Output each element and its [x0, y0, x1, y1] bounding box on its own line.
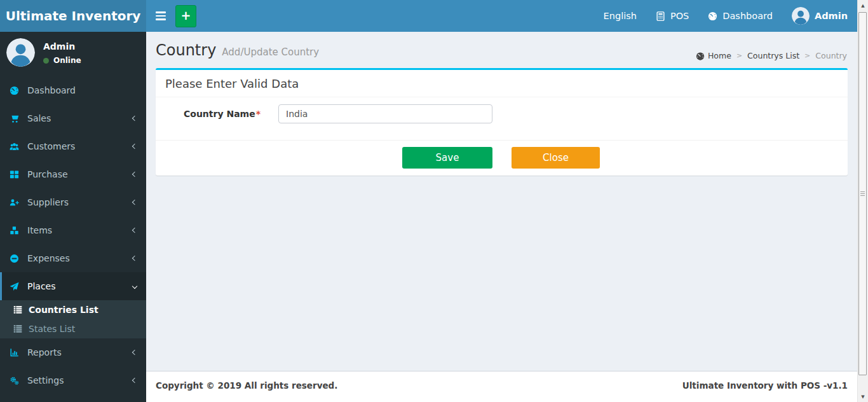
sidebar-item-expenses[interactable]: Expenses [0, 244, 146, 272]
country-name-input[interactable] [278, 104, 492, 123]
list-icon [13, 324, 23, 333]
places-submenu: Countries List States List [0, 300, 146, 338]
nav-item-language[interactable]: English [594, 0, 646, 32]
dashboard-icon [708, 11, 717, 21]
sidebar-user-panel: Admin Online [0, 32, 146, 73]
breadcrumb-current: Country [815, 51, 847, 60]
sidebar-item-customers[interactable]: Customers [0, 132, 146, 160]
app-window: Ultimate Inventory Admin Online Dashboar… [0, 0, 857, 402]
cubes-icon [10, 225, 20, 235]
gears-icon [10, 375, 20, 385]
chevron-left-icon [132, 378, 137, 383]
scrollbar-grip-icon [860, 191, 865, 197]
sidebar-menu: Dashboard Sales Customers Purchase [0, 76, 146, 402]
required-asterisk: * [256, 109, 261, 119]
country-form-box: Please Enter Valid Data Country Name* Sa… [156, 68, 848, 176]
calculator-icon [656, 11, 665, 21]
vertical-scrollbar[interactable]: ▲ ▼ [857, 0, 868, 402]
nav-item-pos[interactable]: POS [646, 0, 698, 32]
paper-plane-icon [10, 281, 20, 291]
sidebar-item-purchase[interactable]: Purchase [0, 160, 146, 188]
sidebar-item-dashboard[interactable]: Dashboard [0, 76, 146, 104]
sidebar-toggle-button[interactable] [146, 0, 175, 32]
breadcrumb: Home > Countrys List > Country [696, 51, 847, 60]
cart-icon [10, 113, 20, 123]
country-name-label: Country Name* [165, 104, 261, 123]
dashboard-icon [696, 52, 705, 60]
close-button[interactable]: Close [512, 147, 600, 169]
chevron-left-icon [132, 200, 137, 205]
app-title: Ultimate Inventory [6, 8, 141, 24]
grid-icon [10, 169, 20, 179]
sidebar-subitem-countries-list[interactable]: Countries List [0, 300, 146, 319]
nav-item-user[interactable]: Admin [782, 0, 857, 32]
chevron-left-icon [132, 228, 137, 233]
plus-icon: + [181, 8, 191, 22]
version-text: Ultimate Inventory with POS -v1.1 [682, 380, 848, 393]
chevron-down-icon [132, 284, 137, 289]
content-area: CountryAdd/Update Country Home > Country… [146, 32, 857, 371]
sidebar: Ultimate Inventory Admin Online Dashboar… [0, 0, 146, 402]
breadcrumb-home[interactable]: Home [696, 51, 731, 60]
sidebar-item-suppliers[interactable]: Suppliers [0, 188, 146, 216]
page-title: Country [156, 41, 216, 59]
page-subtitle: Add/Update Country [222, 46, 319, 58]
page-footer: Copyright © 2019 All rights reserved. Ul… [146, 371, 857, 402]
bar-chart-icon [10, 347, 20, 357]
users-icon [10, 141, 20, 151]
list-icon [13, 305, 23, 314]
breadcrumb-separator: > [736, 52, 742, 60]
chevron-left-icon [132, 116, 137, 121]
user-name: Admin [43, 41, 81, 52]
app-logo[interactable]: Ultimate Inventory [0, 0, 146, 32]
online-status-icon [43, 58, 49, 64]
top-navbar: + English POS Dashboard [146, 0, 857, 32]
chevron-left-icon [132, 172, 137, 177]
avatar [792, 7, 810, 25]
copyright-text: Copyright © 2019 All rights reserved. [156, 380, 337, 393]
scrollbar-thumb[interactable] [858, 12, 867, 375]
scrollbar-down-arrow[interactable]: ▼ [858, 391, 868, 402]
sidebar-item-reports[interactable]: Reports [0, 338, 146, 366]
nav-item-dashboard[interactable]: Dashboard [698, 0, 782, 32]
sidebar-item-settings[interactable]: Settings [0, 366, 146, 394]
breadcrumb-separator: > [804, 52, 810, 60]
scrollbar-up-arrow[interactable]: ▲ [858, 0, 868, 11]
user-plus-icon [10, 197, 20, 207]
sidebar-subitem-states-list[interactable]: States List [0, 319, 146, 338]
breadcrumb-countrys-list[interactable]: Countrys List [747, 51, 799, 60]
sidebar-item-partial[interactable] [0, 394, 146, 402]
sidebar-item-places[interactable]: Places [0, 272, 146, 300]
user-avatar [6, 38, 35, 67]
minus-circle-icon [10, 253, 20, 263]
chevron-left-icon [132, 350, 137, 355]
chevron-left-icon [132, 256, 137, 261]
save-button[interactable]: Save [402, 147, 492, 169]
box-title: Please Enter Valid Data [156, 70, 848, 97]
sidebar-item-items[interactable]: Items [0, 216, 146, 244]
chevron-left-icon [132, 144, 137, 149]
dashboard-icon [10, 85, 20, 95]
user-status: Online [43, 56, 81, 65]
sidebar-item-sales[interactable]: Sales [0, 104, 146, 132]
add-button[interactable]: + [175, 5, 196, 27]
